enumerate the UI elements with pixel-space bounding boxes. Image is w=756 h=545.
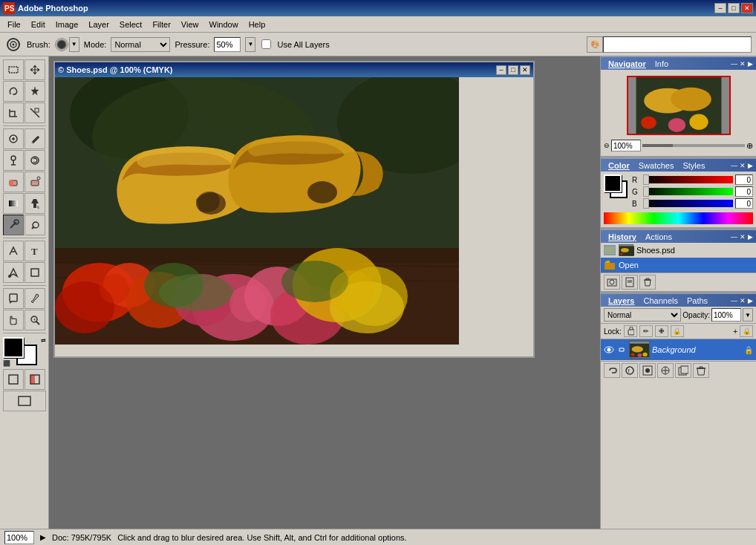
- history-item-1[interactable]: Shoes.psd: [601, 243, 756, 258]
- layers-panel-close[interactable]: ✕: [740, 297, 746, 304]
- default-colors-icon[interactable]: ⬛: [3, 360, 10, 367]
- delete-layer-button[interactable]: [693, 363, 709, 378]
- dodge-tool[interactable]: [25, 215, 45, 235]
- layer-blend-mode-select[interactable]: Normal: [604, 308, 681, 322]
- menu-file[interactable]: File: [3, 19, 25, 30]
- foreground-color-swatch[interactable]: [3, 337, 24, 358]
- swatches-tab[interactable]: Swatches: [634, 160, 679, 171]
- info-tab[interactable]: Info: [651, 59, 673, 69]
- lock-transparent-pixels-button[interactable]: [624, 325, 637, 337]
- healing-brush-tool[interactable]: [3, 128, 24, 149]
- lasso-tool[interactable]: [3, 81, 24, 102]
- styles-tab[interactable]: Styles: [678, 160, 709, 171]
- layers-tab[interactable]: Layers: [604, 296, 639, 306]
- blue-slider-thumb[interactable]: [643, 198, 649, 209]
- menu-image[interactable]: Image: [51, 19, 83, 30]
- history-brush-tool[interactable]: [25, 150, 45, 171]
- new-adjustment-layer-button[interactable]: [657, 363, 674, 378]
- layer-visibility-toggle[interactable]: [604, 345, 614, 355]
- standard-mode-button[interactable]: [3, 369, 24, 390]
- zoom-tool[interactable]: +: [25, 310, 45, 330]
- palette-button[interactable]: 🎨: [587, 36, 603, 53]
- history-item-2[interactable]: Open: [601, 258, 756, 272]
- lock-image-pixels-button[interactable]: ✏: [639, 325, 653, 337]
- marquee-tool[interactable]: [3, 59, 24, 80]
- actions-tab[interactable]: Actions: [641, 232, 677, 242]
- history-tab[interactable]: History: [604, 232, 641, 242]
- menu-view[interactable]: View: [177, 19, 203, 30]
- layer-style-button[interactable]: f: [622, 363, 638, 378]
- clone-stamp-tool[interactable]: [3, 150, 24, 171]
- notes-tool[interactable]: [3, 288, 24, 309]
- layers-panel-menu[interactable]: ▶: [748, 297, 753, 304]
- fill-lock-button[interactable]: 🔒: [740, 325, 753, 337]
- color-panel-close[interactable]: ✕: [740, 162, 746, 169]
- menu-help[interactable]: Help: [244, 19, 270, 30]
- slice-tool[interactable]: [25, 102, 45, 123]
- red-value-input[interactable]: 0: [735, 174, 753, 185]
- menu-select[interactable]: Select: [115, 19, 147, 30]
- green-value-input[interactable]: 0: [735, 186, 753, 197]
- menu-window[interactable]: Window: [205, 19, 243, 30]
- layer-opacity-dropdown[interactable]: ▼: [743, 308, 753, 322]
- hand-tool[interactable]: [3, 310, 24, 330]
- move-tool[interactable]: [25, 59, 45, 80]
- doc-minimize-button[interactable]: –: [496, 65, 506, 75]
- doc-maximize-button[interactable]: □: [508, 65, 518, 75]
- gradient-tool[interactable]: [3, 193, 24, 214]
- magic-wand-tool[interactable]: [25, 81, 45, 102]
- zoom-in-icon[interactable]: ⊕: [746, 141, 753, 151]
- menu-edit[interactable]: Edit: [27, 19, 50, 30]
- navigator-tab[interactable]: Navigator: [604, 59, 651, 69]
- green-slider-thumb[interactable]: [643, 186, 649, 197]
- new-snapshot-button[interactable]: [604, 275, 620, 290]
- red-slider-thumb[interactable]: [643, 174, 649, 185]
- mode-select[interactable]: Normal: [111, 37, 170, 52]
- use-all-layers-checkbox[interactable]: [261, 39, 271, 49]
- pen-tool[interactable]: [3, 241, 24, 261]
- eraser-tool[interactable]: [3, 172, 24, 192]
- blue-value-input[interactable]: 0: [735, 198, 753, 209]
- brush-dropdown[interactable]: ▼: [69, 37, 79, 52]
- nav-panel-close[interactable]: ✕: [740, 60, 746, 68]
- type-tool[interactable]: T: [25, 241, 45, 261]
- color-panel-menu[interactable]: ▶: [748, 162, 753, 169]
- color-tab[interactable]: Color: [604, 160, 634, 171]
- nav-panel-menu[interactable]: ▶: [748, 60, 753, 68]
- lock-all-button[interactable]: 🔒: [671, 325, 684, 337]
- layer-mask-button[interactable]: [639, 363, 656, 378]
- close-button[interactable]: ✕: [741, 3, 753, 13]
- history-panel-close[interactable]: ✕: [740, 233, 746, 241]
- background-eraser-tool[interactable]: [25, 172, 45, 192]
- maximize-button[interactable]: □: [728, 3, 740, 13]
- quick-mask-button[interactable]: [25, 369, 45, 390]
- status-zoom-input[interactable]: 100%: [4, 531, 34, 544]
- new-document-from-history[interactable]: [622, 275, 638, 290]
- pressure-input[interactable]: [214, 37, 241, 52]
- layers-panel-minimize[interactable]: —: [731, 297, 737, 304]
- menu-filter[interactable]: Filter: [148, 19, 175, 30]
- lock-position-button[interactable]: ✙: [655, 325, 668, 337]
- background-layer-item[interactable]: Background 🔒: [601, 339, 756, 361]
- delete-history-button[interactable]: [639, 275, 656, 290]
- channels-tab[interactable]: Channels: [639, 296, 682, 306]
- zoom-value-input[interactable]: 100%: [611, 140, 641, 151]
- zoom-out-icon[interactable]: ⊖: [604, 142, 610, 149]
- layer-link-toggle[interactable]: [616, 345, 627, 355]
- nav-panel-minimize[interactable]: —: [731, 60, 737, 68]
- minimize-button[interactable]: –: [714, 3, 726, 13]
- color-panel-minimize[interactable]: —: [731, 162, 737, 169]
- layer-opacity-input[interactable]: 100%: [711, 308, 741, 322]
- layer-link-button[interactable]: [604, 363, 620, 378]
- eyedropper-tool[interactable]: [25, 288, 45, 309]
- doc-close-button[interactable]: ✕: [520, 65, 530, 75]
- history-panel-menu[interactable]: ▶: [748, 233, 753, 241]
- paint-bucket-tool[interactable]: [25, 193, 45, 214]
- menu-layer[interactable]: Layer: [84, 19, 114, 30]
- path-selection-tool[interactable]: [3, 262, 24, 283]
- screen-mode-button[interactable]: [3, 391, 46, 411]
- swap-colors-icon[interactable]: ⇄: [41, 337, 46, 344]
- color-spectrum-bar[interactable]: [604, 212, 753, 224]
- shape-tool[interactable]: [25, 262, 45, 283]
- new-layer-button[interactable]: [675, 363, 691, 378]
